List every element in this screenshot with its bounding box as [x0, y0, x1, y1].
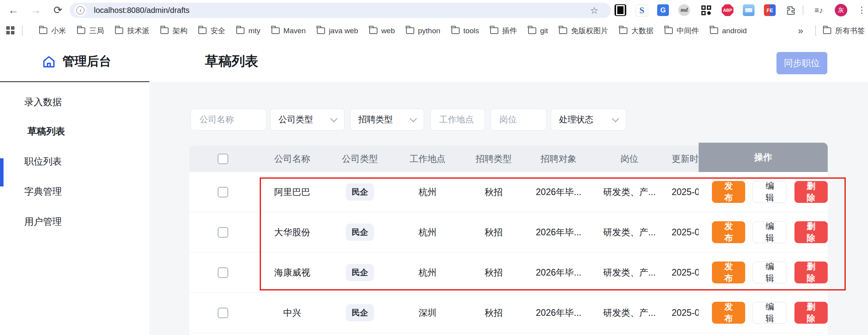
bookmark-folder-list: 小米 三局 技术派 架构 安全 mty Maven java web web p…: [39, 20, 747, 41]
bookmark-folder[interactable]: java web: [317, 27, 358, 35]
bookmark-folder[interactable]: git: [528, 27, 548, 35]
chevron-down-icon: [612, 115, 619, 122]
site-info-icon[interactable]: i: [74, 4, 86, 16]
password-card-extension-icon[interactable]: ----: [743, 4, 755, 16]
cell-target: 2026年毕...: [536, 253, 581, 292]
publish-button[interactable]: 发布: [712, 262, 745, 283]
bookmark-folder[interactable]: 大数据: [619, 26, 654, 36]
bookmark-folder[interactable]: 插件: [490, 26, 517, 36]
row-checkbox[interactable]: [218, 308, 228, 318]
folder-icon: [236, 27, 244, 34]
company-name-filter[interactable]: [190, 109, 266, 131]
folder-icon: [665, 27, 673, 34]
bookmark-folder[interactable]: 免版权图片: [559, 26, 608, 36]
tab-list-icon[interactable]: ≡♪: [813, 4, 825, 16]
adblock-extension-icon[interactable]: ABP: [722, 4, 733, 16]
browser-menu-icon[interactable]: ⋮: [857, 3, 866, 17]
bookmark-folder[interactable]: 小米: [39, 26, 66, 36]
company-name-input[interactable]: [199, 114, 258, 125]
cell-updated: 2025-0: [672, 253, 699, 292]
reader-extension-icon[interactable]: [615, 4, 626, 16]
profile-avatar[interactable]: 灰: [835, 4, 847, 16]
toolbar-separator: [803, 5, 803, 15]
publish-button[interactable]: 发布: [712, 302, 745, 324]
bookmark-folder[interactable]: 中间件: [665, 26, 699, 36]
cell-location: 杭州: [419, 172, 437, 212]
column-header-company: 公司名称: [274, 145, 310, 172]
extensions-puzzle-icon[interactable]: [785, 4, 797, 16]
bookmark-folder[interactable]: Maven: [271, 27, 306, 35]
sync-positions-button[interactable]: 同步职位: [776, 52, 827, 74]
bookmark-folder[interactable]: web: [369, 27, 395, 35]
edit-button[interactable]: 编辑: [753, 221, 787, 243]
status-select[interactable]: 处理状态: [551, 109, 626, 131]
bookmark-folder[interactable]: 架构: [160, 26, 187, 36]
cell-location: 杭州: [419, 253, 437, 292]
back-icon[interactable]: ←: [5, 2, 21, 18]
cell-recruit-type: 秋招: [485, 293, 503, 333]
bookmark-folder[interactable]: android: [710, 27, 747, 35]
bookmarks-overflow-chevron[interactable]: »: [798, 20, 803, 41]
url-text[interactable]: localhost:8080/admin/drafts: [94, 3, 190, 18]
sidebar-item-dictionary[interactable]: 字典管理: [0, 179, 149, 204]
sidebar: 管理后台 录入数据 草稿列表 职位列表 字典管理 用户管理: [0, 41, 149, 335]
bookmark-star-icon[interactable]: ☆: [590, 3, 598, 18]
app-title: 管理后台: [63, 41, 111, 82]
folder-icon: [490, 27, 498, 34]
apps-grid-icon[interactable]: [6, 26, 14, 34]
cell-target: 2026年毕...: [536, 212, 581, 252]
markdown-extension-icon[interactable]: md: [678, 4, 690, 16]
select-all-checkbox[interactable]: [218, 154, 228, 164]
column-header-actions: 操作: [699, 143, 828, 172]
column-header-target: 招聘对象: [541, 145, 577, 172]
fe-helper-extension-icon[interactable]: FE: [764, 4, 776, 16]
folder-icon: [710, 27, 718, 34]
publish-button[interactable]: 发布: [712, 181, 745, 203]
edit-button[interactable]: 编辑: [753, 262, 787, 283]
post-input[interactable]: [499, 114, 538, 125]
s-extension-icon[interactable]: S: [636, 4, 648, 17]
recruit-type-select[interactable]: 招聘类型: [350, 109, 424, 131]
sidebar-item-data-entry[interactable]: 录入数据: [0, 89, 149, 115]
company-type-select[interactable]: 公司类型: [270, 109, 345, 131]
qr-code-extension-icon[interactable]: [700, 4, 712, 16]
forward-icon[interactable]: →: [28, 2, 43, 18]
bookmark-folder[interactable]: 安全: [198, 26, 225, 36]
table-header-row: 公司名称 公司类型 工作地点 招聘类型 招聘对象 岗位 更新时间 操作: [189, 145, 828, 172]
row-actions: 发布 编辑 删除: [699, 253, 828, 292]
delete-button[interactable]: 删除: [794, 221, 828, 243]
sidebar-item-user-management[interactable]: 用户管理: [0, 209, 149, 235]
delete-button[interactable]: 删除: [794, 302, 828, 324]
cell-company: 大华股份: [274, 212, 310, 252]
delete-button[interactable]: 删除: [794, 262, 828, 283]
drafts-table: 公司名称 公司类型 工作地点 招聘类型 招聘对象 岗位 更新时间 操作 阿里巴巴…: [189, 145, 828, 335]
location-input[interactable]: [438, 114, 477, 125]
bookmark-folder[interactable]: python: [406, 27, 440, 35]
row-checkbox[interactable]: [218, 187, 228, 197]
row-actions: 发布 编辑 删除: [699, 212, 828, 252]
bookmarks-separator: [22, 25, 23, 36]
edit-button[interactable]: 编辑: [753, 181, 787, 203]
translate-extension-icon[interactable]: G: [657, 4, 669, 16]
edit-button[interactable]: 编辑: [753, 302, 787, 324]
location-filter[interactable]: [430, 109, 485, 131]
sidebar-divider: [0, 81, 150, 82]
row-checkbox[interactable]: [218, 267, 228, 278]
row-checkbox[interactable]: [218, 227, 228, 238]
all-bookmarks-button[interactable]: 所有书签: [823, 20, 865, 41]
bookmark-folder[interactable]: mty: [236, 27, 261, 35]
folder-icon: [160, 27, 169, 34]
publish-button[interactable]: 发布: [712, 221, 745, 243]
address-bar[interactable]: i localhost:8080/admin/drafts ☆: [70, 3, 611, 18]
company-type-tag: 民企: [346, 304, 374, 321]
bookmark-folder[interactable]: 技术派: [115, 26, 149, 36]
column-header-company-type: 公司类型: [342, 145, 378, 172]
sidebar-item-draft-list[interactable]: 草稿列表: [0, 118, 149, 144]
reload-icon[interactable]: ⟳: [50, 2, 66, 18]
delete-button[interactable]: 删除: [794, 181, 828, 203]
sidebar-item-position-list[interactable]: 职位列表: [0, 149, 149, 174]
bookmark-folder[interactable]: 三局: [77, 26, 104, 36]
bookmark-folder[interactable]: tools: [451, 27, 479, 35]
cell-post: 研发类、产...: [603, 172, 656, 212]
post-filter[interactable]: [491, 109, 546, 131]
